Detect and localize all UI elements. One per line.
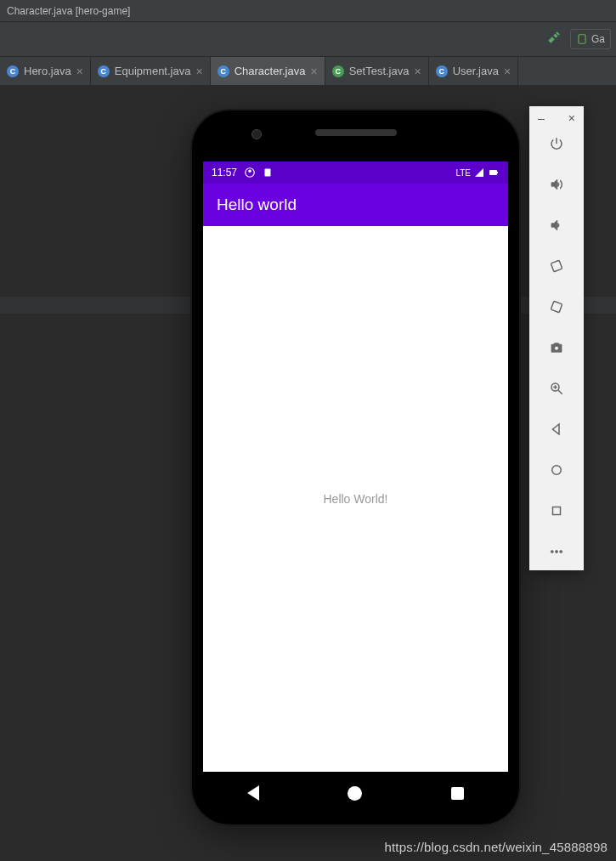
svg-rect-7 — [551, 301, 562, 312]
class-icon: C — [218, 65, 229, 77]
svg-rect-5 — [497, 172, 498, 173]
power-icon[interactable] — [548, 135, 565, 152]
rotate-left-icon[interactable] — [548, 258, 565, 275]
svg-point-8 — [555, 346, 559, 350]
tab-settest[interactable]: C SetTest.java × — [325, 57, 429, 85]
status-right: LTE — [455, 167, 500, 178]
class-icon: C — [98, 65, 110, 77]
close-icon[interactable]: × — [195, 65, 202, 77]
battery-icon — [488, 167, 500, 178]
editor-tabs: C Hero.java × C Equipment.java × C Chara… — [0, 57, 616, 86]
tab-character[interactable]: C Character.java × — [211, 57, 325, 85]
svg-point-2 — [248, 170, 251, 173]
class-icon: C — [7, 65, 19, 77]
camera-icon[interactable] — [548, 339, 565, 356]
nav-home-button[interactable] — [348, 786, 362, 801]
svg-point-13 — [552, 466, 562, 475]
main-toolbar: Ga — [0, 22, 616, 57]
svg-rect-3 — [265, 169, 271, 177]
phone-sensor-bar — [192, 129, 519, 136]
volume-down-icon[interactable] — [548, 217, 565, 234]
tab-label: Equipment.java — [115, 65, 191, 77]
build-icon[interactable] — [546, 30, 562, 48]
run-config-selector[interactable]: Ga — [570, 29, 611, 49]
svg-rect-0 — [579, 35, 585, 44]
emulator-phone-frame: 11:57 LTE Hello world Hello World! — [192, 110, 519, 824]
nav-back-button[interactable] — [247, 785, 259, 801]
window-title-bar: Character.java [hero-game] — [0, 0, 616, 22]
svg-rect-6 — [551, 260, 562, 271]
tab-equipment[interactable]: C Equipment.java × — [91, 57, 211, 85]
overview-square-icon[interactable] — [548, 502, 565, 519]
svg-rect-14 — [553, 507, 561, 515]
android-status-bar: 11:57 LTE — [203, 161, 508, 184]
tab-user[interactable]: C User.java × — [429, 57, 518, 85]
close-icon[interactable]: × — [504, 65, 511, 77]
emulator-sidebar: – × — [529, 106, 584, 570]
home-circle-icon[interactable] — [548, 462, 565, 479]
volume-up-icon[interactable] — [548, 176, 565, 193]
phone-speaker — [315, 129, 397, 136]
watermark: https://blog.csdn.net/weixin_45888898 — [384, 840, 608, 854]
close-icon[interactable]: × — [414, 65, 421, 77]
close-icon[interactable]: × — [76, 65, 83, 77]
body-text: Hello World! — [324, 492, 388, 506]
svg-point-17 — [560, 551, 562, 553]
close-icon[interactable]: × — [310, 65, 317, 77]
status-time: 11:57 — [212, 167, 237, 178]
tab-label: User.java — [453, 65, 499, 77]
android-nav-bar — [203, 777, 508, 809]
device-icon — [576, 33, 588, 45]
more-icon[interactable] — [548, 543, 565, 560]
back-icon[interactable] — [548, 421, 565, 438]
tab-label: Hero.java — [24, 65, 71, 77]
run-config-label: Ga — [591, 33, 605, 45]
zoom-in-icon[interactable] — [548, 380, 565, 397]
rotate-right-icon[interactable] — [548, 298, 565, 315]
signal-icon — [474, 167, 484, 178]
nav-recent-button[interactable] — [451, 787, 464, 800]
emulator-buttons-column — [529, 128, 584, 570]
card-icon — [263, 167, 273, 178]
app-title: Hello world — [217, 195, 297, 214]
tab-label: SetTest.java — [349, 65, 410, 77]
class-icon: C — [436, 65, 448, 77]
profile-icon — [244, 167, 256, 178]
app-body: Hello World! — [203, 226, 508, 772]
tab-hero[interactable]: C Hero.java × — [0, 57, 91, 85]
svg-rect-4 — [489, 170, 497, 175]
emulator-window-controls: – × — [529, 106, 584, 128]
minimize-icon[interactable]: – — [538, 111, 545, 123]
svg-point-15 — [551, 551, 553, 553]
status-left: 11:57 — [212, 167, 273, 178]
network-label: LTE — [455, 168, 471, 178]
test-class-icon: C — [332, 65, 344, 77]
tab-label: Character.java — [235, 65, 306, 77]
window-title: Character.java [hero-game] — [7, 5, 130, 17]
svg-line-10 — [558, 390, 562, 394]
close-icon[interactable]: × — [568, 111, 575, 123]
emulator-screen[interactable]: 11:57 LTE Hello world Hello World! — [203, 161, 508, 772]
svg-point-16 — [556, 551, 558, 553]
app-title-bar: Hello world — [203, 184, 508, 226]
